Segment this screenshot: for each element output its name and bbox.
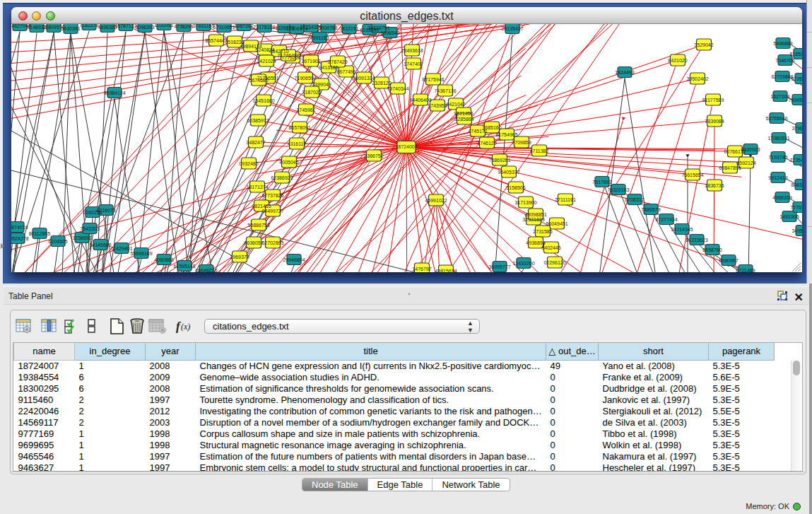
svg-text:61595148: 61595148 xyxy=(173,264,195,269)
svg-text:1746120: 1746120 xyxy=(477,141,496,146)
svg-text:13493618: 13493618 xyxy=(401,48,423,53)
svg-text:2328120: 2328120 xyxy=(372,81,391,86)
svg-text:1671902: 1671902 xyxy=(301,59,320,64)
svg-text:27111161: 27111161 xyxy=(555,197,576,202)
svg-text:94406409: 94406409 xyxy=(409,98,431,103)
svg-text:34957885: 34957885 xyxy=(792,228,802,233)
svg-text:51850671: 51850671 xyxy=(789,52,802,57)
svg-text:3482477: 3482477 xyxy=(246,140,265,145)
svg-text:5674680: 5674680 xyxy=(249,78,268,83)
svg-text:9636057: 9636057 xyxy=(244,240,263,245)
svg-text:71746488: 71746488 xyxy=(277,53,299,58)
svg-text:53755646: 53755646 xyxy=(765,116,787,121)
svg-text:1627204: 1627204 xyxy=(770,94,789,99)
svg-text:56049451: 56049451 xyxy=(546,221,567,226)
svg-text:55698169: 55698169 xyxy=(130,251,152,256)
svg-text:1836736: 1836736 xyxy=(705,183,724,188)
svg-text:60385977: 60385977 xyxy=(247,118,269,123)
svg-text:3709859: 3709859 xyxy=(512,140,531,145)
svg-text:67737826: 67737826 xyxy=(261,193,283,198)
svg-text:0932480: 0932480 xyxy=(239,161,258,166)
svg-text:7187026: 7187026 xyxy=(302,90,321,95)
svg-text:27354549: 27354549 xyxy=(789,158,802,163)
svg-text:6204505: 6204505 xyxy=(48,239,67,244)
svg-text:76945314: 76945314 xyxy=(788,98,802,103)
svg-text:8721489: 8721489 xyxy=(736,268,755,273)
svg-text:7917693: 7917693 xyxy=(592,180,611,185)
svg-text:5466889: 5466889 xyxy=(773,41,792,46)
svg-text:1399049: 1399049 xyxy=(312,82,331,87)
svg-text:29946804: 29946804 xyxy=(283,257,305,262)
svg-text:5009788: 5009788 xyxy=(318,25,337,30)
svg-text:0812191: 0812191 xyxy=(339,26,358,31)
svg-text:(x): (x) xyxy=(181,322,190,332)
svg-text:4005045: 4005045 xyxy=(279,160,298,165)
svg-text:31713900: 31713900 xyxy=(514,200,536,205)
svg-text:7770143: 7770143 xyxy=(790,205,802,210)
svg-text:55886753: 55886753 xyxy=(247,223,269,228)
svg-text:00524278: 00524278 xyxy=(11,236,29,241)
svg-text:43815614: 43815614 xyxy=(435,269,457,273)
svg-text:81223623: 81223623 xyxy=(686,238,707,243)
svg-text:39502402: 39502402 xyxy=(686,76,708,81)
svg-text:4711382: 4711382 xyxy=(530,148,549,153)
svg-text:62729806: 62729806 xyxy=(771,74,793,79)
svg-text:76320163: 76320163 xyxy=(607,187,629,192)
svg-text:9421047: 9421047 xyxy=(446,102,465,107)
svg-text:62702895: 62702895 xyxy=(261,240,283,245)
svg-text:5158506: 5158506 xyxy=(506,185,525,190)
svg-text:3158692: 3158692 xyxy=(72,235,91,240)
svg-text:15451680: 15451680 xyxy=(252,98,274,103)
svg-text:34624751: 34624751 xyxy=(367,25,389,30)
svg-text:2787429: 2787429 xyxy=(328,59,347,64)
svg-text:7543303: 7543303 xyxy=(80,226,99,231)
svg-text:02296120: 02296120 xyxy=(543,260,565,265)
svg-text:8421020: 8421020 xyxy=(668,58,687,63)
svg-text:4966319: 4966319 xyxy=(772,195,792,200)
svg-text:13171274: 13171274 xyxy=(246,185,268,189)
svg-text:00766177: 00766177 xyxy=(724,149,746,154)
svg-text:7193745: 7193745 xyxy=(768,155,787,160)
svg-text:1745961: 1745961 xyxy=(296,107,315,112)
svg-text:4936899: 4936899 xyxy=(526,240,545,245)
svg-text:6690967: 6690967 xyxy=(719,258,738,263)
svg-text:99091334: 99091334 xyxy=(353,76,375,81)
svg-text:01429401: 01429401 xyxy=(110,246,132,251)
svg-text:8366752: 8366752 xyxy=(364,153,383,158)
svg-text:37996507: 37996507 xyxy=(792,126,802,131)
svg-text:34714345: 34714345 xyxy=(671,227,693,232)
svg-text:57262849: 57262849 xyxy=(791,76,802,81)
svg-text:9821465: 9821465 xyxy=(252,204,271,209)
svg-text:62386922: 62386922 xyxy=(271,175,293,180)
svg-text:98084124: 98084124 xyxy=(103,90,125,95)
svg-text:87277434: 87277434 xyxy=(655,217,677,222)
svg-text:9402445: 9402445 xyxy=(541,245,560,250)
svg-text:81177589: 81177589 xyxy=(702,98,724,103)
svg-text:9413186: 9413186 xyxy=(319,65,338,70)
svg-text:5098393: 5098393 xyxy=(135,25,154,30)
svg-text:1491905: 1491905 xyxy=(779,214,799,219)
svg-text:6658760: 6658760 xyxy=(702,247,722,252)
svg-text:2421024: 2421024 xyxy=(257,59,276,64)
svg-text:8677496: 8677496 xyxy=(336,69,355,74)
svg-text:7889579: 7889579 xyxy=(641,207,660,212)
svg-text:4316117: 4316117 xyxy=(288,141,307,146)
svg-text:54145868: 54145868 xyxy=(89,243,111,247)
svg-text:3747407: 3747407 xyxy=(404,62,423,66)
svg-text:4216073: 4216073 xyxy=(96,208,115,213)
svg-text:18724007: 18724007 xyxy=(395,144,417,149)
svg-text:36995777: 36995777 xyxy=(488,264,510,269)
svg-text:82175946: 82175946 xyxy=(422,77,444,82)
svg-text:4060883: 4060883 xyxy=(154,257,173,262)
svg-text:32931839: 32931839 xyxy=(522,217,544,222)
svg-text:81754965: 81754965 xyxy=(495,132,517,137)
svg-text:9521456: 9521456 xyxy=(454,111,473,116)
svg-text:3685160: 3685160 xyxy=(482,125,501,130)
svg-text:79740344: 79740344 xyxy=(387,86,408,91)
svg-text:65648236: 65648236 xyxy=(195,268,217,273)
svg-text:1969379: 1969379 xyxy=(230,255,249,259)
svg-text:76615654: 76615654 xyxy=(681,173,703,177)
svg-text:04499727: 04499727 xyxy=(261,209,283,214)
svg-text:71906594: 71906594 xyxy=(294,76,316,81)
svg-text:7839084: 7839084 xyxy=(705,119,724,124)
